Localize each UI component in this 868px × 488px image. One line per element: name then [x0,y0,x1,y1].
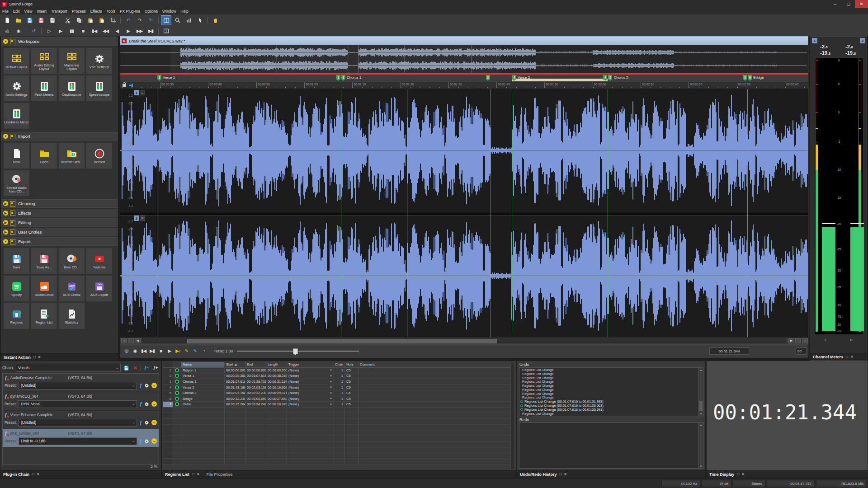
zoom-in-horizontal-button[interactable]: + [802,338,808,343]
open-icon[interactable] [13,15,24,25]
region-flag-2[interactable]: 2 [336,75,340,80]
document-titlebar[interactable]: S Break the Steel VOCALS.wav * [120,37,808,45]
region-marker-bar[interactable]: 2Verse 123Chorus 134Verse 245Chorus 256B… [120,75,808,82]
undo-item[interactable]: Regions List Change (00:01:07.616 to 00:… [519,404,703,408]
new-file-icon[interactable] [2,15,12,25]
close-button[interactable]: ✕ [855,0,868,8]
tile-statistics[interactable]: Statistics [59,303,85,329]
undo-item[interactable]: Regions List Change [519,372,703,376]
tile-loudness-meter[interactable]: Loudness Meter [4,103,29,129]
menu-insert[interactable]: Insert [35,9,49,14]
float-panel-icon[interactable]: □ [32,472,34,476]
tile-save-as-[interactable]: Save As... [31,248,57,274]
scroll-left-button[interactable]: ◀ [135,338,141,343]
go-to-start-icon[interactable]: ▮◀ [89,26,99,36]
undo-item[interactable]: Regions List Change [519,368,703,372]
close-panel-icon[interactable]: ✕ [564,472,567,476]
plugin-expand-icon[interactable]: ⌄ [151,438,157,444]
tile-new[interactable]: New [4,143,29,169]
mix-paste-icon[interactable] [161,15,171,25]
undo-item[interactable]: Regions List Change [519,384,703,388]
copy-icon[interactable] [74,15,84,25]
region-row-1[interactable]: 1Region 100:00:00.00000:00:00.00000:00:0… [163,368,511,374]
hand-tool-icon[interactable] [210,15,221,25]
paste-icon[interactable] [85,15,95,25]
time-ruler[interactable]: 00:00:3000:00:4000:00:5000:01:0000:01:10… [120,82,808,89]
tile-vst-settings[interactable]: VST Settings [86,48,112,74]
tile-save[interactable]: Save [4,248,29,274]
scroll-right-button[interactable]: ▶ [788,338,794,343]
menu-effects[interactable]: Effects [88,9,104,14]
tile-oscilloscope[interactable]: Oscilloscope [59,75,85,101]
undo-item[interactable]: Regions List Change [519,396,703,400]
float-panel-icon[interactable]: □ [33,355,36,359]
plugin-expand-icon[interactable]: ⌄ [151,420,157,425]
zoom-out-horizontal-button[interactable]: − [795,338,801,343]
tile-acx-export[interactable]: ACXACX Export [86,276,112,301]
channel-menu-icon[interactable]: ≡ [140,90,145,95]
region-flag-2[interactable]: 2 [157,75,161,80]
section-header-cleaning[interactable]: ▶Cleaning [1,199,118,208]
automation-icon[interactable]: ƒ [139,402,142,407]
add-fx-icon[interactable]: ƒ+ [152,364,159,371]
lock-icon[interactable] [123,84,126,87]
plugin-entry-1[interactable]: ƒAudioDenoise Complete(VST3, 64 Bit)Pres… [3,374,159,392]
menu-view[interactable]: View [22,9,34,14]
pointer-tool-icon[interactable] [195,15,205,25]
close-panel-icon[interactable]: ✕ [197,472,200,476]
region-flag-3[interactable]: 3 [486,75,490,80]
undo-item[interactable]: Regions List Change [519,376,703,380]
section-header-export[interactable]: ▼Export [1,237,118,246]
tile-burn-cd-[interactable]: Burn CD... [59,248,85,274]
channel-menu-icon[interactable]: ≡ [140,216,145,221]
tile-region-list[interactable]: Region List [31,303,57,329]
loop-playback-icon[interactable]: ◎ [122,347,131,355]
record-icon[interactable]: ◉ [131,347,139,355]
waveform-overview[interactable] [120,45,808,73]
go-to-end-icon[interactable]: ▶▮ [148,347,156,355]
menu-window[interactable]: Window [160,9,178,14]
speaker-icon[interactable] [129,84,133,87]
undo-item[interactable]: Regions List Change [519,412,703,416]
record-icon[interactable]: ◉ [13,26,24,36]
next-marker-icon[interactable]: ▶ [123,26,133,36]
statistics-tool-icon[interactable] [184,15,194,25]
float-panel-icon[interactable]: □ [192,472,194,476]
save-chain-icon[interactable] [123,364,130,371]
region-flag-4[interactable]: 4 [512,75,516,80]
menu-fx-plug-ins[interactable]: FX Plug-Ins [118,9,142,14]
tile-acx-check[interactable]: ACXACX Check [59,276,85,301]
loop-playback-icon[interactable]: ↺ [28,26,39,36]
tile-soundcloud[interactable]: SoundCloud [31,276,57,301]
region-play-icon[interactable] [175,385,179,389]
menu-help[interactable]: Help [178,9,190,14]
plugin-settings-icon[interactable] [144,400,150,408]
fast-forward-icon[interactable]: ▶▶ [134,26,145,36]
automation-icon[interactable]: ƒ [139,420,142,425]
play-all-icon[interactable]: ▷ [44,26,54,36]
plugin-entry-3[interactable]: ƒVoice Enhance Complete(VST3, 64 Bit)Pre… [3,411,159,429]
scrollbar[interactable]: ▲▼ [698,423,703,468]
tile-mastering-layout[interactable]: Mastering Layout [59,48,85,74]
tile-default-layout[interactable]: Default Layout [4,48,29,74]
channel-number-1[interactable]: 1 [134,90,139,95]
scrub-control-icon[interactable]: ◔ [199,347,208,355]
region-row-6[interactable]: 6Bridge00:02:32.23000:03:00.09300:00:27.… [163,396,511,402]
tile-recent-files-[interactable]: Recent Files... [59,143,85,169]
replace-fx-icon[interactable]: ƒ~ [143,364,150,371]
region-play-icon[interactable] [175,374,179,378]
close-panel-icon[interactable]: ✕ [741,472,745,476]
region-flag-6[interactable]: 6 [748,75,752,80]
previous-marker-icon[interactable]: ◀ [112,26,122,36]
float-panel-icon[interactable]: □ [846,355,848,359]
plugin-settings-icon[interactable] [144,382,150,389]
region-row-3[interactable]: 3Chorus 100:01:07.61600:01:38.73100:00:3… [163,379,511,385]
tile-spotify[interactable]: Spotify [4,276,29,301]
meter-tab-2[interactable]: 2 [860,38,865,43]
zoom-tool-icon[interactable] [172,15,183,25]
region-row-5[interactable]: 5Chorus 200:02:03.15800:02:32.23000:00:2… [163,390,511,396]
undo-list[interactable]: Regions List ChangeRegions List ChangeRe… [519,367,703,416]
scrollbar[interactable]: ▲▼ [698,368,703,416]
tile-regions[interactable]: Regions [4,303,29,329]
save-icon[interactable] [24,15,35,25]
